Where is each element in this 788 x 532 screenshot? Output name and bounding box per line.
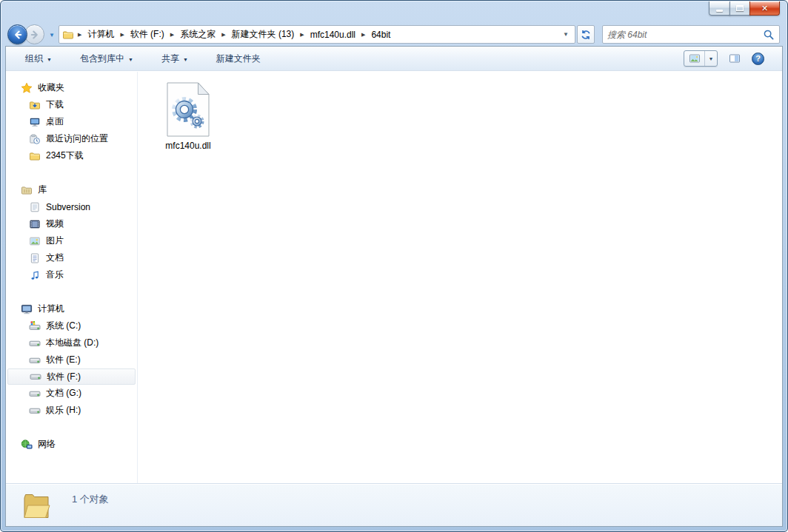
item-label: 系统 (C:) [46, 320, 81, 332]
drive-icon [29, 354, 41, 366]
video-icon [29, 218, 41, 230]
back-arrow-icon [12, 29, 24, 41]
sidebar-item-music[interactable]: 音乐 [6, 266, 137, 283]
preview-pane-icon [729, 53, 741, 64]
breadcrumb-arrow-icon: ▶ [170, 32, 174, 38]
folder-icon [21, 489, 51, 522]
item-label: 图片 [46, 235, 64, 247]
caret-down-icon: ▼ [128, 55, 133, 62]
breadcrumb-arrow-icon: ▶ [361, 32, 365, 38]
sidebar-item-drive-c[interactable]: 系统 (C:) [6, 317, 137, 334]
drive-icon [29, 388, 41, 400]
sidebar-item-drive-h[interactable]: 娱乐 (H:) [6, 402, 137, 419]
document-icon [29, 252, 41, 264]
close-icon: ✕ [761, 1, 768, 16]
back-button[interactable] [7, 24, 27, 44]
close-button[interactable]: ✕ [749, 1, 780, 16]
sidebar-group-computer[interactable]: 计算机 [6, 300, 137, 317]
drive-icon [29, 405, 41, 417]
group-label: 收藏夹 [38, 81, 64, 94]
new-folder-label: 新建文件夹 [216, 53, 261, 65]
maximize-button[interactable] [729, 1, 750, 16]
sidebar-item-documents[interactable]: 文档 [6, 249, 137, 266]
sidebar-item-2345-downloads[interactable]: 2345下载 [6, 147, 137, 164]
breadcrumb-item-mfc140u[interactable]: mfc140u.dll [308, 28, 358, 41]
sidebar-item-subversion[interactable]: Subversion [6, 198, 137, 215]
breadcrumb-item-computer[interactable]: 计算机 [85, 27, 116, 42]
minimize-icon [716, 10, 723, 12]
folder-icon [29, 150, 41, 162]
recent-places-icon [29, 133, 41, 145]
minimize-button[interactable] [709, 1, 730, 16]
sidebar-group-libraries[interactable]: 库 [6, 181, 137, 198]
item-count: 1 个对象 [72, 493, 109, 506]
library-page-icon [29, 201, 41, 213]
include-in-library-button[interactable]: 包含到库中 ▼ [74, 49, 139, 69]
sidebar-item-videos[interactable]: 视频 [6, 215, 137, 232]
sidebar-group-favorites[interactable]: 收藏夹 [6, 79, 137, 96]
breadcrumb-item-xitongzhijia[interactable]: 系统之家 [178, 27, 218, 42]
sidebar-item-downloads[interactable]: 下载 [6, 96, 137, 113]
include-in-library-label: 包含到库中 [80, 53, 124, 65]
favorites-group: 收藏夹 下载 桌面 [6, 79, 137, 164]
share-button[interactable]: 共享 ▼ [156, 49, 194, 69]
music-note-icon [29, 269, 41, 281]
change-view-button[interactable]: ▼ [684, 50, 718, 67]
client-area: 组织 ▼ 包含到库中 ▼ 共享 ▼ 新建文件夹 ▼ [5, 46, 783, 527]
sidebar-item-drive-e[interactable]: 软件 (E:) [6, 351, 137, 368]
sidebar-item-drive-d[interactable]: 本地磁盘 (D:) [6, 334, 137, 351]
breadcrumb-item-new-folder-13[interactable]: 新建文件夹 (13) [230, 27, 297, 42]
system-drive-icon [29, 320, 41, 332]
item-label: 桌面 [46, 115, 64, 128]
sidebar-item-desktop[interactable]: 桌面 [6, 113, 137, 130]
views-icon [684, 51, 705, 66]
recent-pages-dropdown[interactable]: ▼ [47, 32, 56, 38]
group-label: 计算机 [38, 303, 64, 315]
maximize-icon [736, 5, 744, 11]
views-dropdown[interactable]: ▼ [705, 51, 717, 66]
organize-button[interactable]: 组织 ▼ [19, 49, 58, 69]
item-label: 娱乐 (H:) [46, 404, 81, 417]
breadcrumb-arrow-icon: ▶ [300, 32, 304, 38]
item-label: 软件 (F:) [47, 371, 81, 383]
item-label: 下载 [46, 98, 64, 111]
window-controls: ✕ [709, 1, 780, 16]
breadcrumb-item-64bit[interactable]: 64bit [369, 28, 393, 41]
caret-down-icon: ▼ [47, 55, 52, 62]
caret-down-icon: ▼ [563, 31, 569, 38]
item-label: 视频 [46, 218, 64, 230]
new-folder-button[interactable]: 新建文件夹 [210, 49, 267, 69]
group-label: 库 [38, 183, 47, 196]
caret-down-icon: ▼ [183, 55, 188, 62]
item-label: 文档 (G:) [46, 387, 81, 400]
search-input[interactable] [603, 30, 763, 40]
help-button[interactable]: ? [752, 53, 764, 65]
address-folder-icon [62, 29, 74, 41]
libraries-icon [21, 184, 33, 196]
address-history-dropdown[interactable]: ▼ [558, 31, 573, 38]
item-label: 音乐 [46, 269, 64, 281]
command-bar: 组织 ▼ 包含到库中 ▼ 共享 ▼ 新建文件夹 ▼ [6, 47, 782, 71]
sidebar-item-drive-f[interactable]: 软件 (F:) [7, 368, 136, 385]
sidebar-group-network[interactable]: 网络 [6, 436, 137, 453]
item-label: 最近访问的位置 [46, 132, 108, 145]
item-label: 2345下载 [46, 149, 84, 162]
sidebar-item-recent-places[interactable]: 最近访问的位置 [6, 130, 137, 147]
sidebar-item-pictures[interactable]: 图片 [6, 232, 137, 249]
breadcrumb-item-drive-f[interactable]: 软件 (F:) [128, 27, 167, 42]
search-icon [763, 29, 775, 41]
sidebar-item-drive-g[interactable]: 文档 (G:) [6, 385, 137, 402]
forward-button[interactable] [24, 24, 44, 44]
breadcrumb-arrow-icon: ▶ [221, 32, 225, 38]
refresh-button[interactable] [577, 25, 595, 44]
caret-down-icon: ▼ [709, 56, 714, 61]
file-list: mfc140u.dll [138, 72, 782, 483]
navigation-pane: 收藏夹 下载 桌面 [6, 72, 138, 483]
breadcrumb-arrow-icon: ▶ [78, 32, 81, 38]
address-bar[interactable]: ▶ 计算机 ▶ 软件 (F:) ▶ 系统之家 ▶ 新建文件夹 (13) ▶ mf… [59, 25, 575, 44]
preview-pane-button[interactable] [729, 53, 741, 64]
item-label: 软件 (E:) [46, 354, 81, 366]
file-item-mfc140u-dll[interactable]: mfc140u.dll [155, 82, 221, 151]
libraries-group: 库 Subversion 视频 [6, 181, 137, 283]
details-pane: 1 个对象 [6, 483, 782, 526]
